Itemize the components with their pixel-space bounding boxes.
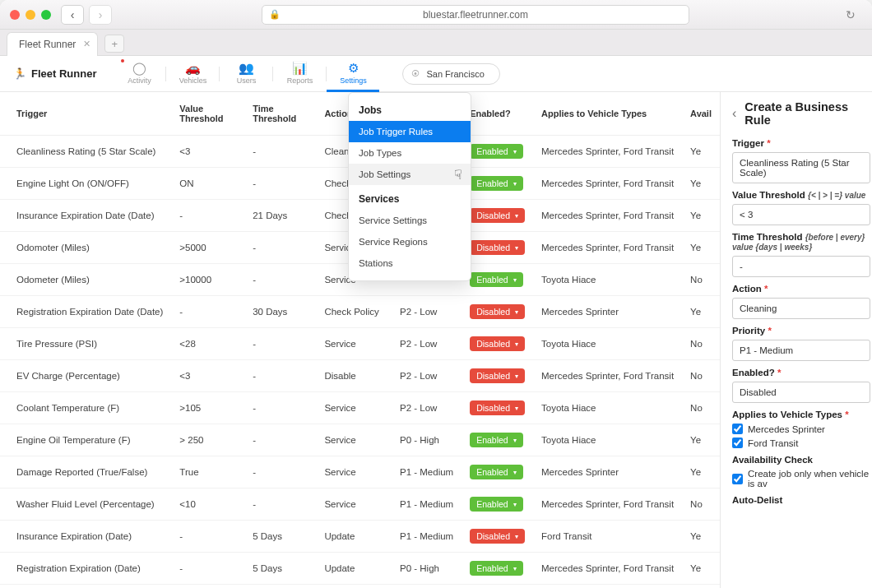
minimize-window[interactable] <box>26 10 35 20</box>
cell: Service <box>316 456 392 488</box>
cell: P2 - Low <box>392 392 462 424</box>
vtype-mercedes-checkbox[interactable] <box>732 424 743 434</box>
cell: No <box>682 264 720 296</box>
enabled-badge[interactable]: Enabled▾ <box>470 144 523 159</box>
gear-icon: ⚙ <box>348 61 359 76</box>
cell: Update <box>316 553 392 585</box>
maximize-window[interactable] <box>41 10 51 20</box>
menu-stations[interactable]: Stations <box>349 252 471 274</box>
url-bar[interactable]: 🔒 bluestar.fleetrunner.com <box>262 5 689 25</box>
cell: EV Charge (Percentage) <box>0 360 171 392</box>
table-row[interactable]: Coolant Temperature (F)>105-ServiceP2 - … <box>0 392 720 424</box>
tab-strip: Fleet Runner ✕ + <box>0 30 872 56</box>
new-tab-button[interactable]: + <box>104 35 124 53</box>
nav-activity[interactable]: ◯Activity <box>113 56 165 92</box>
tab-title: Fleet Runner <box>19 39 76 50</box>
cell: 5 Days <box>244 553 316 585</box>
enabled-badge[interactable]: Disabled▾ <box>470 336 525 351</box>
activity-icon: ◯ <box>132 61 146 76</box>
vtype-ford-checkbox[interactable] <box>732 438 743 448</box>
nav-users[interactable]: 👥Users <box>220 56 272 92</box>
enabled-badge[interactable]: Enabled▾ <box>470 465 523 479</box>
nav-forward-button[interactable]: › <box>89 5 112 25</box>
enabled-input[interactable]: Disabled <box>732 382 870 403</box>
cell: Ye <box>682 585 720 589</box>
table-row[interactable]: Engine Oil Temperature (F)> 250-ServiceP… <box>0 424 720 456</box>
cell: >120 <box>171 585 244 589</box>
city-selector[interactable]: ⦿ San Francisco <box>402 63 499 85</box>
table-row[interactable]: Washer Fluid Level (Percentage)<10-Servi… <box>0 488 720 521</box>
nav-vehicles[interactable]: 🚗Vehicles <box>166 56 219 92</box>
location-icon: ⦿ <box>411 69 420 78</box>
col-0[interactable]: Trigger <box>0 92 171 136</box>
col-6[interactable]: Applies to Vehicle Types <box>533 92 682 136</box>
menu-service-settings[interactable]: Service Settings <box>349 210 471 231</box>
col-5[interactable]: Enabled? <box>462 92 533 136</box>
table-row[interactable]: Registration Expiration (Date)-5 DaysUpd… <box>0 553 720 585</box>
availability-checkbox[interactable] <box>732 474 743 484</box>
col-1[interactable]: Value Threshold <box>171 92 244 136</box>
cell: Mercedes Sprinter, Ford Transit <box>533 488 682 521</box>
cell: Ye <box>682 168 720 200</box>
cell: Cleanliness Rating (5 Star Scale) <box>0 136 171 168</box>
nav-reports[interactable]: 📊Reports <box>273 56 326 92</box>
table-row[interactable]: Tire Pressure (PSI)<28-ServiceP2 - LowDi… <box>0 328 720 360</box>
cell: Mercedes Sprinter, Ford Transit <box>533 360 682 392</box>
close-tab-icon[interactable]: ✕ <box>83 39 90 49</box>
nav-settings[interactable]: ⚙Settings <box>327 56 379 92</box>
enabled-badge[interactable]: Disabled▾ <box>470 400 525 415</box>
nav-back-button[interactable]: ‹ <box>61 5 84 25</box>
menu-job-settings[interactable]: Job Settings ☟ <box>349 164 471 185</box>
close-window[interactable] <box>10 10 20 20</box>
enabled-badge[interactable]: Disabled▾ <box>470 529 525 544</box>
brand-text: Fleet Runner <box>31 67 96 80</box>
cell: - <box>244 585 316 589</box>
cell: Enabled▾ <box>462 553 533 585</box>
table-row[interactable]: EV Charge (Percentage)<3-DisableP2 - Low… <box>0 360 720 392</box>
cell: - <box>171 553 244 585</box>
enabled-badge[interactable]: Disabled▾ <box>470 208 525 223</box>
cell: Odomoter (Miles) <box>0 232 171 264</box>
col-2[interactable]: Time Threshold <box>244 92 316 136</box>
action-input[interactable]: Cleaning <box>732 298 870 319</box>
cell: Disabled▾ <box>462 296 533 328</box>
menu-service-regions[interactable]: Service Regions <box>349 231 471 252</box>
trigger-input[interactable]: Cleanliness Rating (5 Star Scale) <box>732 152 870 183</box>
table-row[interactable]: Insurance Expiration (Date)-5 DaysUpdate… <box>0 521 720 553</box>
enabled-badge[interactable]: Disabled▾ <box>470 304 525 319</box>
time-threshold-input[interactable]: - <box>732 256 870 277</box>
reload-button[interactable]: ↻ <box>839 5 862 25</box>
cell: Coolant Temperature (F) <box>0 392 171 424</box>
priority-input[interactable]: P1 - Medium <box>732 340 870 361</box>
table-row[interactable]: Damage Reported (True/False)True-Service… <box>0 456 720 488</box>
cell: Disabled▾ <box>462 392 533 424</box>
cell: P1 - Medium <box>392 456 462 488</box>
panel-back-button[interactable]: ‹ <box>732 106 736 121</box>
enabled-badge[interactable]: Disabled▾ <box>470 368 525 383</box>
enabled-badge[interactable]: Enabled▾ <box>470 497 523 512</box>
cell: >105 <box>171 392 244 424</box>
notification-dot <box>121 59 124 63</box>
table-row[interactable]: Durtaion of Checkout (Hours)>120-Contact… <box>0 585 720 589</box>
cell: Enabled▾ <box>462 264 533 296</box>
cell: Disable <box>316 360 392 392</box>
enabled-badge[interactable]: Enabled▾ <box>470 561 523 576</box>
enabled-badge[interactable]: Enabled▾ <box>470 176 523 191</box>
cell: No <box>682 328 720 360</box>
cell: Toyota Hiace <box>533 424 682 456</box>
cell: Insurance Expiration (Date) <box>0 521 171 553</box>
cell: - <box>244 360 316 392</box>
cell: - <box>244 328 316 360</box>
cell: > 250 <box>171 424 244 456</box>
table-row[interactable]: Registration Expiration Date (Date)-30 D… <box>0 296 720 328</box>
enabled-badge[interactable]: Enabled▾ <box>470 272 523 287</box>
enabled-badge[interactable]: Disabled▾ <box>470 240 525 255</box>
col-7[interactable]: Avail <box>682 92 720 136</box>
value-threshold-input[interactable]: < 3 <box>732 204 870 225</box>
menu-job-trigger-rules[interactable]: Job Trigger Rules <box>349 121 471 142</box>
brand[interactable]: 🏃 Fleet Runner <box>13 67 96 80</box>
menu-job-types[interactable]: Job Types <box>349 142 471 164</box>
browser-tab[interactable]: Fleet Runner ✕ <box>7 32 98 56</box>
enabled-badge[interactable]: Enabled▾ <box>470 433 523 447</box>
cell: Engine Oil Temperature (F) <box>0 424 171 456</box>
